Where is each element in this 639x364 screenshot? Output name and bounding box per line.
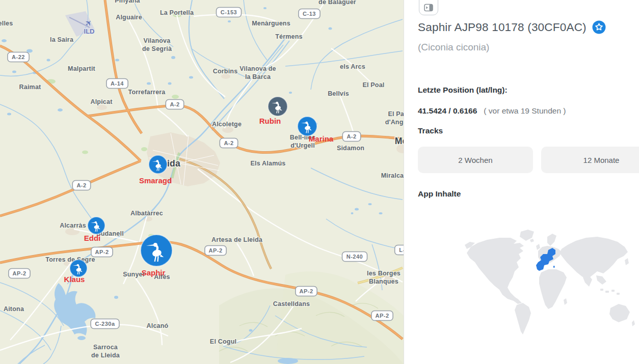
road-badge: A-2	[166, 100, 183, 109]
last-position-label: Letzte Position (lat/lng):	[418, 86, 508, 95]
town-label: La Portella	[160, 9, 194, 16]
road-badge: C-230a	[91, 319, 119, 329]
town-label: Alcoletge	[212, 121, 242, 128]
town-label: Alguaire	[116, 14, 142, 21]
town-label: Alpicat	[90, 98, 113, 105]
town-label: Albatàrrec	[130, 210, 163, 217]
road-badge: A-2	[220, 138, 237, 148]
town-label: Blanques	[369, 278, 398, 285]
town-label: Alcanó	[147, 322, 169, 329]
airport-code-label: ILD	[84, 27, 95, 35]
city-label: Mol	[395, 136, 404, 146]
town-label: Alcarràs	[60, 222, 86, 229]
town-label: Malpartit	[68, 65, 96, 72]
road-badge: AP-2	[371, 311, 393, 321]
marker-name-label: Marina	[309, 134, 334, 143]
svg-text:L-: L-	[399, 247, 404, 253]
town-label: Els Alamús	[251, 160, 286, 167]
town-label: Torrefarrera	[128, 89, 166, 96]
road-badge: AP-2	[205, 246, 226, 256]
town-label: d'Angle	[385, 119, 404, 126]
town-label: elles	[0, 20, 13, 27]
road-badge: A-14	[107, 79, 128, 89]
world-map-graphic	[464, 222, 639, 337]
map-marker-klaus[interactable]	[70, 260, 87, 277]
marker-name-label: Saphir	[142, 268, 166, 277]
map-marker-marina[interactable]	[298, 117, 317, 136]
road-badge: A-2	[72, 181, 90, 190]
road-badge: AP-2	[296, 287, 317, 296]
svg-text:C-13: C-13	[303, 11, 316, 17]
map-marker-eddi[interactable]	[88, 217, 105, 234]
town-label: Sidamon	[337, 145, 364, 152]
tracks-label: Tracks	[418, 126, 443, 135]
svg-text:A-2: A-2	[76, 182, 86, 188]
collapse-panel-button[interactable]	[419, 0, 438, 15]
town-label: els Arcs	[340, 63, 365, 70]
favorite-star-badge[interactable]	[592, 20, 606, 34]
svg-text:A-2: A-2	[170, 101, 179, 107]
page-title: Saphir AJP98 10178 (30CF0AC)	[418, 21, 587, 34]
marker-name-label: Smaragd	[139, 176, 172, 185]
road-badge: AP-2	[91, 247, 113, 257]
town-label: la Saira	[50, 36, 74, 43]
app-content-label: App Inhalte	[418, 189, 461, 199]
marker-name-label: Eddi	[84, 234, 101, 242]
road-badge: N-240	[342, 252, 367, 262]
svg-text:A-22: A-22	[12, 54, 25, 60]
svg-text:AP-2: AP-2	[12, 270, 26, 276]
town-label: les Borges	[367, 270, 401, 277]
town-label: Miralca	[381, 172, 404, 179]
road-badge: C-153	[217, 8, 242, 17]
coordinates-value: 41.5424 / 0.6166	[418, 106, 477, 115]
town-label: Vilanova	[144, 37, 171, 44]
road-badge: L-	[395, 245, 404, 255]
svg-text:A-2: A-2	[224, 140, 233, 146]
svg-text:A-14: A-14	[111, 80, 124, 87]
town-label: Menàrguens	[252, 20, 290, 27]
town-label: Artesa de Lleida	[211, 236, 263, 243]
road-badge: C-13	[299, 9, 320, 19]
town-label: de Segrià	[142, 45, 172, 52]
marker-name-label: Klaus	[64, 275, 85, 284]
map-marker-saphir[interactable]	[141, 235, 172, 266]
town-label: Torres de Segre	[45, 256, 95, 263]
tracks-button-row: 2 Wochen 12 Monate	[418, 147, 639, 173]
panel-collapse-icon	[424, 4, 433, 12]
road-badge: AP-2	[9, 269, 30, 278]
town-label: de Lleida	[91, 352, 120, 359]
town-label: Aitona	[4, 305, 24, 313]
town-label: Pinyana	[115, 0, 140, 4]
road-badge: A-2	[342, 132, 360, 142]
species-subtitle: (Ciconia ciconia)	[418, 42, 489, 53]
svg-text:AP-2: AP-2	[208, 247, 222, 254]
town-label: Castelldans	[273, 300, 310, 307]
svg-text:AP-2: AP-2	[375, 313, 389, 319]
coordinates-row: 41.5424 / 0.6166( vor etwa 19 Stunden )	[418, 106, 566, 116]
town-label: de Balaguer	[318, 0, 356, 6]
map-canvas[interactable]: ✈ PinyanaellesAlguairela SairaMalpartitR…	[0, 0, 404, 364]
map-marker-smaragd[interactable]	[149, 155, 167, 174]
tracks-2-weeks-button[interactable]: 2 Wochen	[418, 147, 533, 173]
town-label: El Cogul	[210, 338, 236, 345]
tracks-12-months-button[interactable]: 12 Monate	[541, 147, 639, 173]
svg-text:C-230a: C-230a	[95, 321, 115, 327]
svg-text:A-2: A-2	[347, 133, 356, 139]
town-label: El Poal	[362, 81, 384, 89]
town-label: El Pal	[388, 110, 404, 118]
town-label: la Barca	[245, 73, 271, 80]
detail-panel: Saphir AJP98 10178 (30CF0AC) (Ciconia ci…	[408, 0, 639, 364]
map-marker-rubin[interactable]	[268, 97, 287, 116]
svg-text:N-240: N-240	[347, 254, 363, 260]
svg-text:AP-2: AP-2	[95, 249, 109, 255]
world-map	[464, 222, 639, 337]
town-label: Sarroca	[93, 344, 118, 351]
road-badge: A-22	[8, 52, 29, 62]
town-label: Corbins	[213, 68, 238, 75]
svg-text:AP-2: AP-2	[299, 288, 313, 294]
town-label: Bellvís	[328, 90, 349, 97]
town-label: Vilanova de	[239, 65, 276, 72]
town-label: Térmens	[275, 33, 303, 40]
marker-name-label: Rubin	[259, 117, 281, 125]
svg-text:C-153: C-153	[221, 9, 237, 15]
